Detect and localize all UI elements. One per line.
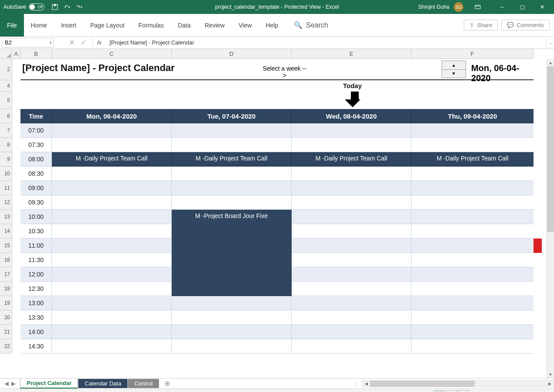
user-avatar[interactable]: SG xyxy=(454,2,463,12)
calendar-slot[interactable] xyxy=(172,325,292,339)
calendar-slot[interactable] xyxy=(292,210,411,224)
row-header[interactable]: 17 xyxy=(0,267,12,282)
minimize-icon[interactable]: ─ xyxy=(492,0,512,14)
calendar-slot[interactable] xyxy=(172,123,292,138)
calendar-slot[interactable] xyxy=(172,296,292,310)
row-header[interactable]: 4 xyxy=(0,80,12,92)
vertical-scrollbar[interactable]: ▲ ▼ xyxy=(547,59,554,378)
tab-formulas[interactable]: Formulas xyxy=(132,14,171,37)
calendar-slot[interactable] xyxy=(52,224,172,239)
scroll-right-icon[interactable]: ▶ xyxy=(546,381,554,387)
row-header[interactable]: 16 xyxy=(0,253,12,267)
calendar-slot[interactable] xyxy=(172,167,292,181)
name-box[interactable]: B2 xyxy=(2,38,54,48)
calendar-slot[interactable] xyxy=(52,167,172,181)
calendar-slot[interactable] xyxy=(172,195,292,210)
maximize-icon[interactable]: ▢ xyxy=(512,0,532,14)
tab-nav-prev-icon[interactable]: ◀ xyxy=(4,380,9,387)
redo-icon[interactable]: ↷▾ xyxy=(76,3,83,10)
normal-view-icon[interactable]: ▦ xyxy=(433,390,445,392)
page-layout-view-icon[interactable]: ▤ xyxy=(445,390,457,392)
scroll-down-icon[interactable]: ▼ xyxy=(547,371,554,378)
row-header[interactable]: 2 xyxy=(0,59,12,80)
autosave-toggle[interactable]: Off xyxy=(29,3,44,10)
row-header[interactable]: 20 xyxy=(0,310,12,325)
col-header-A[interactable]: A xyxy=(12,49,20,58)
calendar-slot[interactable] xyxy=(52,210,172,224)
row-header[interactable]: 9 xyxy=(0,152,12,167)
calendar-slot[interactable] xyxy=(172,138,292,152)
calendar-slot[interactable] xyxy=(52,253,172,267)
calendar-slot[interactable] xyxy=(172,339,292,354)
tab-page-layout[interactable]: Page Layout xyxy=(83,14,132,37)
add-sheet-icon[interactable]: ⊕ xyxy=(159,379,175,388)
calendar-slot[interactable] xyxy=(411,123,534,138)
calendar-slot[interactable] xyxy=(52,195,172,210)
formula-input[interactable]: [Project Name] - Project Calendar xyxy=(106,39,546,46)
sheet-tab-control[interactable]: Control xyxy=(128,379,159,388)
calendar-slot[interactable] xyxy=(411,310,534,325)
calendar-slot[interactable] xyxy=(52,267,172,282)
calendar-slot[interactable] xyxy=(292,325,411,339)
cancel-formula-icon[interactable]: ✕ xyxy=(69,38,75,47)
event-daily-call[interactable]: M -Daily Project Team Call xyxy=(292,152,411,167)
event-daily-call[interactable]: M -Daily Project Team Call xyxy=(172,152,292,167)
calendar-slot[interactable] xyxy=(52,339,172,354)
page-title[interactable]: [Project Name] - Project Calendar xyxy=(20,59,263,79)
calendar-slot[interactable] xyxy=(52,123,172,138)
tab-view[interactable]: View xyxy=(231,14,258,37)
col-header-B[interactable]: B xyxy=(20,49,52,58)
scroll-up-icon[interactable]: ▲ xyxy=(547,59,554,66)
calendar-slot[interactable] xyxy=(52,138,172,152)
calendar-slot[interactable] xyxy=(411,239,534,253)
horizontal-scrollbar-thumb[interactable] xyxy=(370,381,475,387)
row-header[interactable]: 6 xyxy=(0,109,12,123)
row-header[interactable]: 8 xyxy=(0,138,12,152)
calendar-slot[interactable] xyxy=(411,195,534,210)
scroll-left-icon[interactable]: ◀ xyxy=(363,381,370,387)
row-header[interactable]: 7 xyxy=(0,123,12,138)
row-header[interactable]: 15 xyxy=(0,239,12,253)
calendar-slot[interactable] xyxy=(411,282,534,296)
tab-splitter-icon[interactable]: ⋮ xyxy=(353,380,362,387)
tab-nav-next-icon[interactable]: ▶ xyxy=(11,380,16,387)
calendar-slot[interactable] xyxy=(292,195,411,210)
page-break-view-icon[interactable]: ▥ xyxy=(458,390,469,392)
share-button[interactable]: ⇧Share xyxy=(464,20,498,31)
accept-formula-icon[interactable]: ✓ xyxy=(81,38,86,47)
calendar-slot[interactable] xyxy=(292,267,411,282)
calendar-slot[interactable] xyxy=(52,296,172,310)
calendar-slot[interactable] xyxy=(292,310,411,325)
calendar-slot[interactable] xyxy=(52,325,172,339)
calendar-slot[interactable] xyxy=(411,253,534,267)
col-header-C[interactable]: C xyxy=(52,49,172,58)
event-project-board[interactable]: M -Project Board Jour Fixe xyxy=(172,210,292,296)
calendar-slot[interactable] xyxy=(411,210,534,224)
spinner-down-icon[interactable]: ▼ xyxy=(442,70,466,78)
tab-review[interactable]: Review xyxy=(198,14,232,37)
tab-file[interactable]: File xyxy=(0,14,24,37)
row-header[interactable]: 10 xyxy=(0,167,12,181)
spinner-up-icon[interactable]: ▲ xyxy=(442,61,466,70)
row-header[interactable]: 12 xyxy=(0,195,12,210)
row-header[interactable]: 22 xyxy=(0,339,12,354)
sheet-tab-calendar-data[interactable]: Calendar Data xyxy=(78,379,128,388)
tab-help[interactable]: Help xyxy=(259,14,285,37)
expand-formula-bar-icon[interactable]: ⌄ xyxy=(546,37,554,48)
row-header[interactable]: 14 xyxy=(0,224,12,239)
tell-me-search[interactable]: 🔍 Search xyxy=(294,21,328,29)
comments-button[interactable]: 💬Comments xyxy=(501,20,550,31)
calendar-slot[interactable] xyxy=(52,282,172,296)
calendar-slot[interactable] xyxy=(292,239,411,253)
calendar-slot[interactable] xyxy=(411,296,534,310)
horizontal-scrollbar[interactable]: ◀ ▶ xyxy=(362,380,554,387)
row-header[interactable]: 11 xyxy=(0,181,12,195)
row-header[interactable]: 19 xyxy=(0,296,12,310)
calendar-slot[interactable] xyxy=(292,339,411,354)
calendar-slot[interactable] xyxy=(52,181,172,195)
calendar-slot[interactable] xyxy=(411,267,534,282)
calendar-slot[interactable] xyxy=(411,138,534,152)
vertical-scrollbar-thumb[interactable] xyxy=(547,66,554,232)
calendar-slot[interactable] xyxy=(172,181,292,195)
calendar-slot[interactable] xyxy=(292,282,411,296)
